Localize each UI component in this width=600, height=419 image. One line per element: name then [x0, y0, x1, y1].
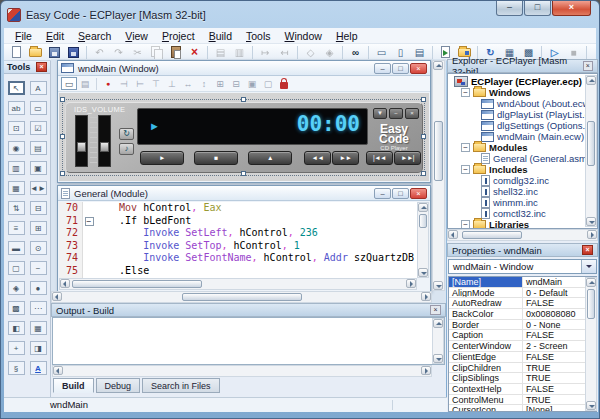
find-icon[interactable]: ∞	[346, 45, 365, 60]
selection-handle[interactable]	[421, 134, 426, 139]
scroll-right-icon[interactable]	[406, 279, 416, 288]
undo-icon[interactable]: ↶	[90, 45, 109, 60]
new-module-icon[interactable]: ▤	[410, 45, 429, 60]
fold-toggle-icon[interactable]	[85, 267, 94, 276]
play-button[interactable]: ►	[140, 151, 184, 165]
property-name[interactable]: ControlMenu	[449, 395, 523, 405]
stop-button[interactable]: ■	[194, 151, 238, 165]
tree-item[interactable]: winmm.inc	[448, 197, 597, 208]
property-row[interactable]: AlignMode 0 - Default	[449, 288, 596, 299]
selection-handle[interactable]	[60, 97, 65, 102]
scroll-right-icon[interactable]	[421, 292, 431, 301]
code-horizontal-scrollbar[interactable]	[59, 278, 417, 290]
scroll-left-icon[interactable]	[53, 366, 63, 375]
fold-toggle-icon[interactable]	[85, 204, 94, 213]
tool-updown[interactable]: ⇅	[8, 201, 25, 215]
tool-tabstrip[interactable]: ▢	[8, 261, 25, 275]
tool-combobox[interactable]: ▤	[30, 141, 47, 155]
player-form[interactable]: IDS_VOLUME ↻♪ ► 00:00 ▼−× Easy	[65, 102, 423, 173]
tree-item[interactable]: − Libraries	[448, 219, 597, 229]
mdi-horizontal-scrollbar[interactable]	[51, 291, 432, 303]
scroll-up-icon[interactable]	[433, 61, 443, 70]
align-lefts-icon[interactable]: ⊣	[116, 77, 132, 90]
scrollbar-thumb[interactable]	[587, 289, 595, 319]
property-row[interactable]: [Name] wndMain	[449, 277, 596, 288]
object-selector[interactable]: wndMain - Window	[448, 259, 597, 274]
scroll-down-icon[interactable]	[586, 401, 596, 410]
fold-toggle-icon[interactable]	[85, 254, 94, 263]
output-vertical-scrollbar[interactable]	[432, 318, 444, 364]
tool-pager[interactable]: ◨	[30, 341, 47, 355]
tool-radiobutton[interactable]: ◉	[8, 141, 25, 155]
player-menu-button[interactable]: ▼	[373, 108, 387, 119]
scrollbar-thumb[interactable]	[434, 121, 443, 181]
property-row[interactable]: AutoRedraw FALSE	[449, 298, 596, 309]
expand-toggle-icon[interactable]: −	[461, 88, 470, 97]
property-row[interactable]: Border 0 - None	[449, 320, 596, 331]
property-row[interactable]: ClipSiblings TRUE	[449, 373, 596, 384]
tree-item[interactable]: wndMain (Main.ecw)	[448, 131, 597, 142]
output-horizontal-scrollbar[interactable]	[52, 365, 432, 377]
record-icon[interactable]: ●	[100, 77, 116, 90]
tree-item[interactable]: shell32.inc	[448, 186, 597, 197]
menu-project[interactable]: Project	[155, 29, 202, 43]
close-button[interactable]: ×	[552, 1, 591, 16]
mute-button[interactable]: ♪	[119, 143, 134, 155]
scrollbar-thumb[interactable]	[587, 121, 595, 166]
menu-help[interactable]: Help	[329, 29, 365, 43]
property-row[interactable]: BackColor 0x00808080	[449, 309, 596, 320]
tree-vertical-scrollbar[interactable]	[585, 75, 597, 227]
scroll-left-icon[interactable]	[60, 279, 70, 288]
output-console[interactable]	[52, 317, 445, 365]
rewind-button[interactable]: ◄◄	[304, 151, 331, 165]
tool-textbox[interactable]: ab	[8, 101, 25, 115]
child-minimize-button[interactable]: –	[374, 188, 391, 199]
align-bottoms-icon[interactable]: ⊥	[164, 77, 180, 90]
fold-toggle-icon[interactable]: −	[85, 217, 94, 226]
tree-item[interactable]: ECPlayer (ECPlayer.ecp)	[448, 76, 597, 87]
align-tops-icon[interactable]: ⊤	[148, 77, 164, 90]
property-row[interactable]: Caption FALSE	[449, 330, 596, 341]
center-horizontal-icon[interactable]: ⊞	[212, 77, 228, 90]
property-name[interactable]: Border	[449, 320, 523, 330]
property-row[interactable]: CenterWindow 2 - Screen	[449, 341, 596, 352]
child-close-button[interactable]: ×	[410, 63, 427, 74]
fold-toggle-icon[interactable]	[85, 229, 94, 238]
menu-edit[interactable]: Edit	[39, 29, 71, 43]
scroll-left-icon[interactable]	[52, 292, 62, 301]
tool-hotkey[interactable]: ⋯	[30, 301, 47, 315]
tool-frame[interactable]: ▭	[30, 101, 47, 115]
tool-scrollbar[interactable]: ◄►	[30, 181, 47, 195]
tool-button[interactable]: ⊡	[8, 121, 25, 135]
selection-handle[interactable]	[60, 171, 65, 176]
child-close-button[interactable]: ×	[410, 188, 427, 199]
tool-calendar[interactable]: ▦	[30, 321, 47, 335]
selection-handle[interactable]	[421, 97, 426, 102]
tab-debug[interactable]: Debug	[96, 378, 141, 393]
tool-indicator[interactable]: ●	[30, 281, 47, 295]
properties-close-icon[interactable]: ×	[582, 245, 593, 255]
menu-tools[interactable]: Tools	[239, 29, 278, 43]
redo-icon[interactable]: ↷	[109, 45, 128, 60]
child-restore-button[interactable]: □	[392, 63, 409, 74]
tree-item[interactable]: dlgSettings (Options.ecw)	[448, 120, 597, 131]
same-height-icon[interactable]: ↕	[196, 77, 212, 90]
tool-grid[interactable]: ⊞	[30, 221, 47, 235]
save-all-icon[interactable]	[64, 45, 83, 60]
save-icon[interactable]	[45, 45, 64, 60]
scroll-right-icon[interactable]	[421, 366, 431, 375]
chevron-down-icon[interactable]	[581, 260, 596, 273]
same-width-icon[interactable]: ↔	[180, 77, 196, 90]
designer-window-titlebar[interactable]: wndMain (Window) –□×	[58, 61, 430, 76]
menu-window[interactable]: Window	[278, 29, 329, 43]
mdi-vertical-scrollbar[interactable]	[432, 60, 445, 291]
delete-icon[interactable]: ×	[185, 45, 204, 60]
tool-listbox[interactable]: ▥	[8, 161, 25, 175]
scrollbar-thumb[interactable]	[72, 280, 202, 288]
volume-slider-left[interactable]	[75, 115, 88, 167]
scroll-down-icon[interactable]	[433, 354, 443, 363]
property-name[interactable]: AlignMode	[449, 288, 523, 298]
outdent-icon[interactable]: ↤	[275, 45, 294, 60]
eject-button[interactable]: ▲	[248, 151, 292, 165]
property-name[interactable]: CenterWindow	[449, 341, 523, 351]
